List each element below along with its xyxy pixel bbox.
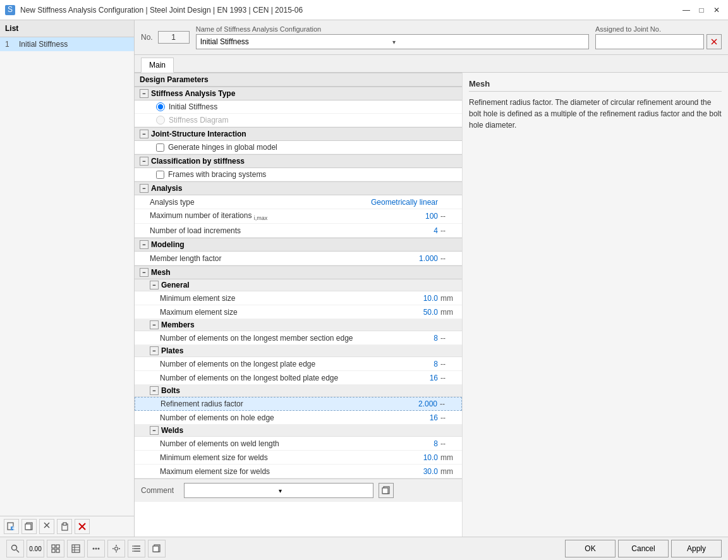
maximize-button[interactable]: □	[695, 4, 708, 16]
refinement-radius-row[interactable]: Refinement radius factor 2.000 --	[135, 397, 462, 411]
refinement-radius-unit: --	[437, 399, 456, 408]
apply-button[interactable]: Apply	[671, 540, 722, 557]
max-iterations-value[interactable]: 100	[400, 212, 438, 221]
longest-bolted-value[interactable]: 16	[400, 374, 438, 382]
minimize-button[interactable]: —	[680, 4, 693, 16]
paste-item-button[interactable]	[57, 519, 72, 534]
search-toolbar-button[interactable]	[6, 540, 24, 557]
mesh-general-collapse[interactable]: −	[150, 281, 159, 289]
initial-stiffness-radio[interactable]	[156, 102, 165, 111]
mesh-welds-collapse[interactable]: −	[150, 426, 159, 435]
hole-edge-row: Number of elements on hole edge 16 --	[135, 411, 462, 425]
analysis-collapse[interactable]: −	[140, 184, 149, 193]
assigned-clear-button[interactable]	[707, 34, 722, 49]
classification-label: Classification by stiffness	[151, 157, 245, 166]
new-item-button[interactable]: +	[4, 519, 19, 534]
cut-item-button[interactable]	[39, 519, 54, 534]
tabs-bar: Main	[135, 55, 728, 73]
modeling-label: Modeling	[151, 240, 185, 249]
dropdown-arrow-icon: ▾	[392, 39, 585, 46]
stiffness-diagram-label: Stiffness Diagram	[169, 116, 228, 125]
refinement-radius-value[interactable]: 2.000	[399, 399, 437, 408]
close-button[interactable]: ✕	[710, 4, 723, 16]
max-weld-value[interactable]: 30.0	[400, 467, 438, 476]
weld-length-value[interactable]: 8	[400, 439, 438, 448]
longest-member-row: Number of elements on the longest member…	[135, 331, 462, 345]
comment-dropdown[interactable]: ▾	[184, 483, 373, 498]
design-params-label: Design Parameters	[140, 75, 209, 84]
table-toolbar-button[interactable]	[67, 540, 85, 557]
content-area: List 1 Initial Stiffness +	[0, 20, 728, 537]
joint-structure-collapse[interactable]: −	[140, 130, 149, 138]
copy-toolbar-button[interactable]	[148, 540, 166, 557]
bracing-systems-checkbox[interactable]	[156, 171, 164, 179]
design-params-header: Design Parameters	[135, 73, 462, 87]
more-toolbar-button[interactable]	[87, 540, 105, 557]
weld-length-unit: --	[438, 439, 457, 448]
max-iterations-name: Maximum number of iterations i,max	[150, 211, 400, 221]
zero-toolbar-button[interactable]: 0.00	[27, 540, 44, 557]
load-increments-value[interactable]: 4	[400, 226, 438, 235]
main-content: Design Parameters − Stiffness Analysis T…	[135, 73, 728, 537]
mesh-bolts-header: − Bolts	[135, 385, 462, 397]
stiffness-diagram-row: Stiffness Diagram	[135, 114, 462, 127]
ok-button[interactable]: OK	[565, 540, 616, 557]
min-element-name: Minimum element size	[160, 294, 400, 303]
mesh-members-collapse[interactable]: −	[150, 320, 159, 329]
generate-hinges-checkbox[interactable]	[156, 143, 164, 152]
hole-edge-value[interactable]: 16	[400, 413, 438, 422]
mesh-bolts-collapse[interactable]: −	[150, 386, 159, 395]
modeling-collapse[interactable]: −	[140, 240, 149, 249]
comment-label: Comment	[141, 486, 179, 495]
delete-item-button[interactable]	[75, 519, 90, 534]
min-element-value[interactable]: 10.0	[400, 294, 438, 303]
svg-point-17	[12, 545, 17, 551]
svg-rect-21	[52, 549, 55, 552]
left-panel: List 1 Initial Stiffness +	[0, 20, 135, 537]
mesh-plates-header: − Plates	[135, 345, 462, 357]
mesh-collapse[interactable]: −	[140, 268, 149, 277]
mesh-welds-label: Welds	[161, 426, 183, 435]
settings-toolbar-button[interactable]	[107, 540, 125, 557]
no-label: No.	[141, 33, 153, 42]
load-increments-row: Number of load increments 4 --	[135, 224, 462, 238]
assigned-input-row	[595, 34, 722, 49]
member-length-unit: --	[438, 254, 457, 263]
top-form: No. 1 Name of Stiffness Analysis Configu…	[135, 20, 728, 55]
comment-copy-button[interactable]	[379, 483, 394, 498]
longest-member-value[interactable]: 8	[400, 334, 438, 343]
analysis-header: − Analysis	[135, 181, 462, 195]
svg-point-29	[98, 548, 100, 550]
stiffness-diagram-radio[interactable]	[156, 116, 165, 125]
load-increments-unit: --	[438, 226, 457, 235]
member-length-value[interactable]: 1.000	[400, 254, 438, 263]
stiffness-type-collapse[interactable]: −	[140, 89, 149, 98]
max-element-row: Maximum element size 50.0 mm	[135, 305, 462, 319]
mesh-header: − Mesh	[135, 265, 462, 279]
max-weld-name: Maximum element size for welds	[160, 467, 400, 476]
list-toolbar-button[interactable]	[128, 540, 145, 557]
min-weld-value[interactable]: 10.0	[400, 453, 438, 462]
svg-rect-10	[63, 523, 66, 525]
hole-edge-name: Number of elements on hole edge	[160, 413, 400, 422]
member-length-row: Member length factor 1.000 --	[135, 252, 462, 265]
mesh-bolts-label: Bolts	[161, 386, 180, 395]
max-weld-row: Maximum element size for welds 30.0 mm	[135, 465, 462, 478]
assigned-input[interactable]	[595, 34, 704, 49]
copy-item-button[interactable]	[21, 519, 37, 534]
classification-collapse[interactable]: −	[140, 157, 149, 166]
name-dropdown[interactable]: Initial Stiffness ▾	[196, 34, 589, 49]
generate-hinges-row: Generate hinges in global model	[135, 141, 462, 154]
analysis-type-value[interactable]: Geometrically linear	[371, 198, 438, 207]
max-element-value[interactable]: 50.0	[400, 308, 438, 317]
tab-main[interactable]: Main	[141, 58, 174, 73]
mesh-plates-collapse[interactable]: −	[150, 346, 159, 355]
min-weld-unit: mm	[438, 453, 457, 462]
svg-point-38	[133, 545, 134, 547]
stiffness-type-label: Stiffness Analysis Type	[151, 89, 235, 98]
grid-toolbar-button[interactable]	[47, 540, 64, 557]
cancel-button[interactable]: Cancel	[618, 540, 669, 557]
list-item[interactable]: 1 Initial Stiffness	[0, 37, 134, 51]
longest-bolted-name: Number of elements on the longest bolted…	[160, 374, 400, 382]
longest-plate-value[interactable]: 8	[400, 360, 438, 368]
